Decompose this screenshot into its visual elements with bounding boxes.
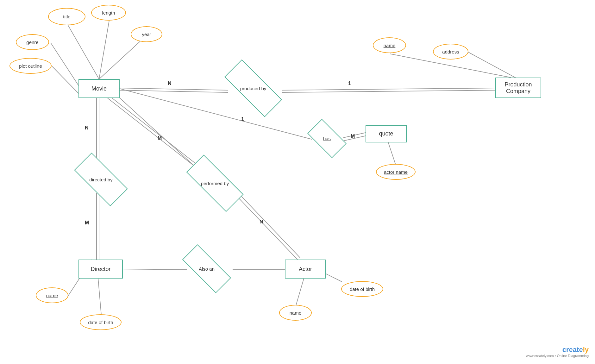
svg-line-28 <box>296 279 304 305</box>
genre-label: genre <box>26 40 38 45</box>
title-label: title <box>63 14 70 19</box>
quote-entity: quote <box>366 125 407 142</box>
svg-line-26 <box>98 279 101 315</box>
svg-line-8 <box>282 90 495 92</box>
produced-by-diamond: produced by <box>225 76 282 101</box>
director-dob-oval: date of birth <box>80 314 122 330</box>
prod-name-label: name <box>384 43 396 48</box>
directed-by-diamond: directed by <box>75 167 127 192</box>
title-oval: title <box>48 8 85 25</box>
actor-label: Actor <box>299 266 312 273</box>
actor-dob-oval: date of birth <box>341 281 383 297</box>
card-m-performed-movie: M <box>158 135 162 141</box>
performed-by-diamond: performed by <box>187 171 243 196</box>
address-oval: address <box>433 44 468 60</box>
plot-outline-label: plot outline <box>19 63 42 69</box>
svg-line-6 <box>120 90 228 92</box>
director-entity: Director <box>78 260 123 279</box>
card-1-produced-company: 1 <box>348 81 351 86</box>
svg-line-7 <box>282 88 495 90</box>
length-oval: length <box>91 5 126 21</box>
svg-line-21 <box>343 135 367 141</box>
card-m-directed-director: M <box>85 220 89 226</box>
plot-outline-oval: plot outline <box>9 58 52 74</box>
actor-name2-oval: name <box>279 305 312 321</box>
svg-line-0 <box>68 25 99 79</box>
svg-line-1 <box>99 21 109 79</box>
svg-line-19 <box>120 89 312 139</box>
card-n-directed-movie: N <box>85 125 89 131</box>
watermark: creately www.creately.com • Online Diagr… <box>526 346 589 358</box>
svg-line-2 <box>99 35 147 79</box>
card-1-performed-movie2: 1 <box>241 116 244 122</box>
card-n-performed-actor: N <box>260 219 263 225</box>
length-label: length <box>102 10 115 16</box>
year-label: year <box>142 32 151 37</box>
movie-entity: Movie <box>78 79 120 98</box>
director-label: Director <box>91 266 110 273</box>
movie-label: Movie <box>91 85 107 92</box>
also-an-label: Also an <box>199 266 215 272</box>
has-label: has <box>323 136 331 141</box>
production-company-entity: Production Company <box>495 78 541 98</box>
also-an-diamond: Also an <box>183 258 230 279</box>
svg-line-23 <box>123 269 187 270</box>
production-company-label: Production Company <box>504 81 532 95</box>
director-name-label: name <box>46 293 58 298</box>
produced-by-label: produced by <box>240 86 266 91</box>
year-oval: year <box>131 26 162 42</box>
svg-line-20 <box>343 132 367 138</box>
genre-oval: genre <box>16 34 49 50</box>
directed-by-label: directed by <box>89 177 112 182</box>
director-name-oval: name <box>36 287 68 303</box>
tagline: www.creately.com • Online Diagramming <box>526 354 589 358</box>
performed-by-label: performed by <box>201 181 229 186</box>
brand-name: creately <box>526 346 589 354</box>
diagram-container: Movie Production Company Director Actor … <box>0 0 595 364</box>
card-m-has: M <box>351 134 355 139</box>
actor-name2-label: name <box>290 310 302 316</box>
actor-entity: Actor <box>285 260 326 279</box>
actor-name-label: actor name <box>384 169 408 175</box>
svg-line-5 <box>120 88 228 90</box>
director-dob-label: date of birth <box>88 320 113 325</box>
actor-name-oval: actor name <box>376 164 416 180</box>
quote-label: quote <box>379 130 393 137</box>
svg-line-15 <box>108 98 203 173</box>
address-label: address <box>442 49 459 54</box>
card-n-produced-movie: N <box>168 81 172 86</box>
has-diamond: has <box>310 128 344 149</box>
prod-name-oval: name <box>373 37 406 53</box>
actor-dob-label: date of birth <box>350 286 375 292</box>
svg-line-22 <box>388 141 396 165</box>
